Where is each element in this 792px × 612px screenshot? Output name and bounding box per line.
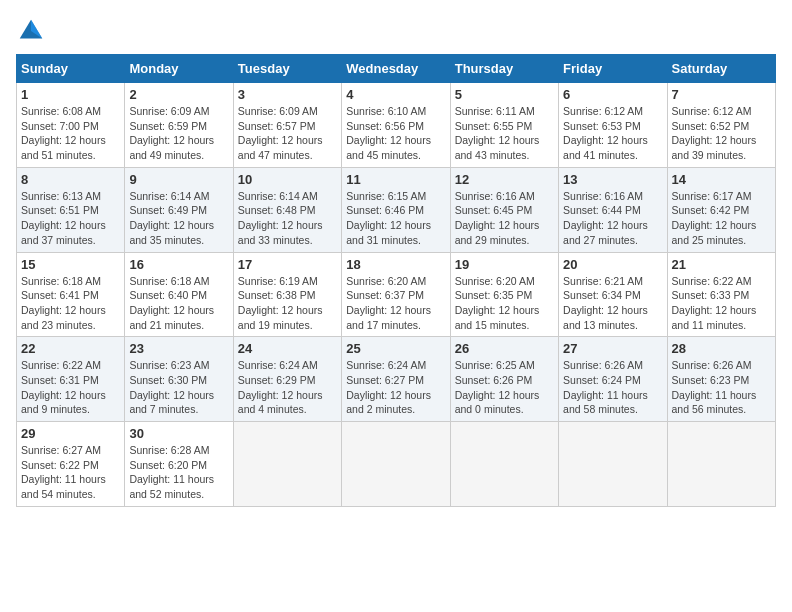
- day-number: 8: [21, 172, 120, 187]
- day-number: 3: [238, 87, 337, 102]
- calendar-cell: 18 Sunrise: 6:20 AM Sunset: 6:37 PM Dayl…: [342, 252, 450, 337]
- calendar-cell: 22 Sunrise: 6:22 AM Sunset: 6:31 PM Dayl…: [17, 337, 125, 422]
- day-number: 18: [346, 257, 445, 272]
- day-number: 11: [346, 172, 445, 187]
- day-info: Sunrise: 6:18 AM Sunset: 6:40 PM Dayligh…: [129, 274, 228, 333]
- calendar-cell: [450, 422, 558, 507]
- day-number: 29: [21, 426, 120, 441]
- day-number: 6: [563, 87, 662, 102]
- day-number: 22: [21, 341, 120, 356]
- calendar-cell: 17 Sunrise: 6:19 AM Sunset: 6:38 PM Dayl…: [233, 252, 341, 337]
- day-info: Sunrise: 6:23 AM Sunset: 6:30 PM Dayligh…: [129, 358, 228, 417]
- day-number: 7: [672, 87, 771, 102]
- calendar-cell: 30 Sunrise: 6:28 AM Sunset: 6:20 PM Dayl…: [125, 422, 233, 507]
- day-info: Sunrise: 6:21 AM Sunset: 6:34 PM Dayligh…: [563, 274, 662, 333]
- calendar-cell: 8 Sunrise: 6:13 AM Sunset: 6:51 PM Dayli…: [17, 167, 125, 252]
- day-number: 10: [238, 172, 337, 187]
- calendar-week-row: 15 Sunrise: 6:18 AM Sunset: 6:41 PM Dayl…: [17, 252, 776, 337]
- calendar-cell: 7 Sunrise: 6:12 AM Sunset: 6:52 PM Dayli…: [667, 83, 775, 168]
- day-info: Sunrise: 6:13 AM Sunset: 6:51 PM Dayligh…: [21, 189, 120, 248]
- calendar-cell: 6 Sunrise: 6:12 AM Sunset: 6:53 PM Dayli…: [559, 83, 667, 168]
- calendar-week-row: 29 Sunrise: 6:27 AM Sunset: 6:22 PM Dayl…: [17, 422, 776, 507]
- logo-icon: [16, 16, 46, 46]
- day-info: Sunrise: 6:18 AM Sunset: 6:41 PM Dayligh…: [21, 274, 120, 333]
- calendar-cell: 3 Sunrise: 6:09 AM Sunset: 6:57 PM Dayli…: [233, 83, 341, 168]
- day-info: Sunrise: 6:17 AM Sunset: 6:42 PM Dayligh…: [672, 189, 771, 248]
- day-number: 2: [129, 87, 228, 102]
- calendar-cell: 25 Sunrise: 6:24 AM Sunset: 6:27 PM Dayl…: [342, 337, 450, 422]
- day-info: Sunrise: 6:20 AM Sunset: 6:35 PM Dayligh…: [455, 274, 554, 333]
- day-info: Sunrise: 6:19 AM Sunset: 6:38 PM Dayligh…: [238, 274, 337, 333]
- day-number: 23: [129, 341, 228, 356]
- day-header-saturday: Saturday: [667, 55, 775, 83]
- calendar-cell: 28 Sunrise: 6:26 AM Sunset: 6:23 PM Dayl…: [667, 337, 775, 422]
- page-header: [16, 16, 776, 46]
- calendar-table: SundayMondayTuesdayWednesdayThursdayFrid…: [16, 54, 776, 507]
- day-number: 21: [672, 257, 771, 272]
- day-info: Sunrise: 6:12 AM Sunset: 6:53 PM Dayligh…: [563, 104, 662, 163]
- day-number: 20: [563, 257, 662, 272]
- day-info: Sunrise: 6:24 AM Sunset: 6:29 PM Dayligh…: [238, 358, 337, 417]
- day-number: 4: [346, 87, 445, 102]
- day-number: 24: [238, 341, 337, 356]
- calendar-cell: [559, 422, 667, 507]
- day-number: 27: [563, 341, 662, 356]
- day-number: 9: [129, 172, 228, 187]
- calendar-cell: 9 Sunrise: 6:14 AM Sunset: 6:49 PM Dayli…: [125, 167, 233, 252]
- day-number: 15: [21, 257, 120, 272]
- calendar-cell: 29 Sunrise: 6:27 AM Sunset: 6:22 PM Dayl…: [17, 422, 125, 507]
- calendar-cell: 20 Sunrise: 6:21 AM Sunset: 6:34 PM Dayl…: [559, 252, 667, 337]
- day-info: Sunrise: 6:11 AM Sunset: 6:55 PM Dayligh…: [455, 104, 554, 163]
- day-number: 14: [672, 172, 771, 187]
- calendar-week-row: 1 Sunrise: 6:08 AM Sunset: 7:00 PM Dayli…: [17, 83, 776, 168]
- day-number: 26: [455, 341, 554, 356]
- day-number: 5: [455, 87, 554, 102]
- calendar-cell: 1 Sunrise: 6:08 AM Sunset: 7:00 PM Dayli…: [17, 83, 125, 168]
- calendar-week-row: 8 Sunrise: 6:13 AM Sunset: 6:51 PM Dayli…: [17, 167, 776, 252]
- day-info: Sunrise: 6:26 AM Sunset: 6:23 PM Dayligh…: [672, 358, 771, 417]
- logo: [16, 16, 50, 46]
- calendar-cell: 4 Sunrise: 6:10 AM Sunset: 6:56 PM Dayli…: [342, 83, 450, 168]
- calendar-cell: 24 Sunrise: 6:24 AM Sunset: 6:29 PM Dayl…: [233, 337, 341, 422]
- day-info: Sunrise: 6:14 AM Sunset: 6:48 PM Dayligh…: [238, 189, 337, 248]
- calendar-cell: 12 Sunrise: 6:16 AM Sunset: 6:45 PM Dayl…: [450, 167, 558, 252]
- day-info: Sunrise: 6:20 AM Sunset: 6:37 PM Dayligh…: [346, 274, 445, 333]
- calendar-week-row: 22 Sunrise: 6:22 AM Sunset: 6:31 PM Dayl…: [17, 337, 776, 422]
- day-info: Sunrise: 6:08 AM Sunset: 7:00 PM Dayligh…: [21, 104, 120, 163]
- calendar-cell: 13 Sunrise: 6:16 AM Sunset: 6:44 PM Dayl…: [559, 167, 667, 252]
- calendar-cell: 10 Sunrise: 6:14 AM Sunset: 6:48 PM Dayl…: [233, 167, 341, 252]
- calendar-cell: 19 Sunrise: 6:20 AM Sunset: 6:35 PM Dayl…: [450, 252, 558, 337]
- calendar-cell: 11 Sunrise: 6:15 AM Sunset: 6:46 PM Dayl…: [342, 167, 450, 252]
- day-info: Sunrise: 6:28 AM Sunset: 6:20 PM Dayligh…: [129, 443, 228, 502]
- day-header-thursday: Thursday: [450, 55, 558, 83]
- calendar-cell: 26 Sunrise: 6:25 AM Sunset: 6:26 PM Dayl…: [450, 337, 558, 422]
- day-info: Sunrise: 6:26 AM Sunset: 6:24 PM Dayligh…: [563, 358, 662, 417]
- day-info: Sunrise: 6:16 AM Sunset: 6:45 PM Dayligh…: [455, 189, 554, 248]
- day-info: Sunrise: 6:22 AM Sunset: 6:33 PM Dayligh…: [672, 274, 771, 333]
- day-header-monday: Monday: [125, 55, 233, 83]
- calendar-cell: [667, 422, 775, 507]
- calendar-cell: 27 Sunrise: 6:26 AM Sunset: 6:24 PM Dayl…: [559, 337, 667, 422]
- calendar-cell: 15 Sunrise: 6:18 AM Sunset: 6:41 PM Dayl…: [17, 252, 125, 337]
- day-number: 30: [129, 426, 228, 441]
- day-info: Sunrise: 6:25 AM Sunset: 6:26 PM Dayligh…: [455, 358, 554, 417]
- day-header-friday: Friday: [559, 55, 667, 83]
- day-info: Sunrise: 6:09 AM Sunset: 6:57 PM Dayligh…: [238, 104, 337, 163]
- day-info: Sunrise: 6:14 AM Sunset: 6:49 PM Dayligh…: [129, 189, 228, 248]
- calendar-cell: 23 Sunrise: 6:23 AM Sunset: 6:30 PM Dayl…: [125, 337, 233, 422]
- day-info: Sunrise: 6:22 AM Sunset: 6:31 PM Dayligh…: [21, 358, 120, 417]
- calendar-cell: 2 Sunrise: 6:09 AM Sunset: 6:59 PM Dayli…: [125, 83, 233, 168]
- day-number: 19: [455, 257, 554, 272]
- day-number: 16: [129, 257, 228, 272]
- day-info: Sunrise: 6:10 AM Sunset: 6:56 PM Dayligh…: [346, 104, 445, 163]
- calendar-cell: 21 Sunrise: 6:22 AM Sunset: 6:33 PM Dayl…: [667, 252, 775, 337]
- day-header-wednesday: Wednesday: [342, 55, 450, 83]
- day-number: 12: [455, 172, 554, 187]
- day-info: Sunrise: 6:09 AM Sunset: 6:59 PM Dayligh…: [129, 104, 228, 163]
- day-header-sunday: Sunday: [17, 55, 125, 83]
- day-number: 1: [21, 87, 120, 102]
- day-info: Sunrise: 6:27 AM Sunset: 6:22 PM Dayligh…: [21, 443, 120, 502]
- calendar-cell: 16 Sunrise: 6:18 AM Sunset: 6:40 PM Dayl…: [125, 252, 233, 337]
- calendar-cell: [233, 422, 341, 507]
- calendar-cell: 5 Sunrise: 6:11 AM Sunset: 6:55 PM Dayli…: [450, 83, 558, 168]
